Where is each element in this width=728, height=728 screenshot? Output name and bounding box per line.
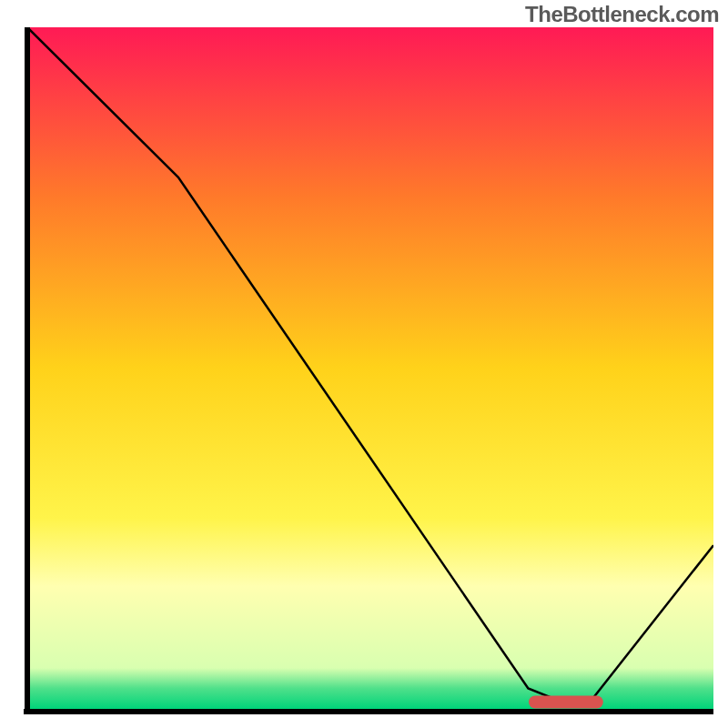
bottleneck-chart bbox=[24, 27, 713, 717]
watermark-text: TheBottleneck.com bbox=[525, 2, 719, 27]
chart-container: TheBottleneck.com bbox=[0, 0, 728, 728]
